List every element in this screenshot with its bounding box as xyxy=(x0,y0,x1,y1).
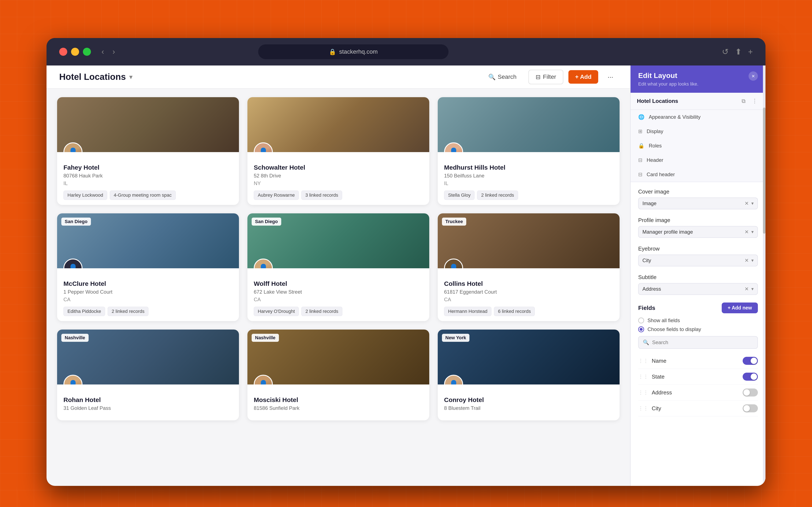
maximize-traffic-light[interactable] xyxy=(83,48,91,56)
add-button[interactable]: + Add xyxy=(568,70,598,83)
hotel-state: IL xyxy=(444,180,613,186)
field-address-toggle-knob xyxy=(744,389,750,396)
title-chevron-icon[interactable]: ▾ xyxy=(129,73,133,81)
profile-placeholder: 👤 xyxy=(64,143,82,152)
choose-fields-radio[interactable] xyxy=(638,326,644,332)
hotel-card-rohan[interactable]: Nashville 👤 Rohan Hotel 31 Golden Leaf P… xyxy=(57,330,239,420)
location-badge: Truckee xyxy=(442,218,466,226)
panel-scrollbar[interactable] xyxy=(763,65,765,486)
show-all-fields-option[interactable]: Show all fields xyxy=(638,318,758,324)
eyebrow-chevron-icon: ▾ xyxy=(751,258,754,263)
profile-image-label: Profile image xyxy=(638,217,758,224)
panel-header-text: Edit Layout Edit what your app looks lik… xyxy=(638,71,699,87)
eyebrow-clear-button[interactable]: ✕ xyxy=(745,258,749,264)
hotel-card-mcclure[interactable]: San Diego 👤 McClure Hotel 1 Pepper Wood … xyxy=(57,213,239,321)
card-cover: San Diego 👤 xyxy=(247,213,429,268)
field-state-toggle[interactable] xyxy=(743,373,758,381)
hotel-card-medhurst[interactable]: 👤 Medhurst Hills Hotel 150 Beilfuss Lane… xyxy=(438,97,620,205)
hotel-card-collins[interactable]: Truckee 👤 Collins Hotel 61817 Eggendart … xyxy=(438,213,620,321)
menu-item-header-label: Header xyxy=(647,157,663,163)
fields-search-input[interactable] xyxy=(652,339,753,345)
menu-item-roles[interactable]: 🔒 Roles xyxy=(630,138,765,153)
menu-item-header[interactable]: ⊟ Header xyxy=(630,153,765,167)
field-address-label: Address xyxy=(652,389,672,396)
profile-image-chevron-icon: ▾ xyxy=(751,229,754,235)
field-name-toggle[interactable] xyxy=(743,357,758,365)
minimize-traffic-light[interactable] xyxy=(71,48,79,56)
show-all-radio[interactable] xyxy=(638,318,644,324)
profile-placeholder: 👤 xyxy=(445,260,462,268)
field-name-label: Name xyxy=(652,358,666,364)
manager-tag: Harvey O'Drought xyxy=(254,307,299,316)
field-address-toggle[interactable] xyxy=(743,389,758,397)
field-item-address: ⋮⋮ Address xyxy=(638,385,758,400)
hotel-address: 8 Bluestem Trail xyxy=(444,405,613,411)
hotel-address: 52 8th Drive xyxy=(254,173,423,179)
panel-copy-button[interactable]: ⧉ xyxy=(740,97,747,105)
filter-label: Filter xyxy=(543,73,556,80)
cover-image-clear-button[interactable]: ✕ xyxy=(745,201,749,207)
field-item-state-left: ⋮⋮ State xyxy=(638,374,665,380)
subtitle-clear-button[interactable]: ✕ xyxy=(745,286,749,292)
hotel-card-conroy[interactable]: New York 👤 Conroy Hotel 8 Bluestem Trail xyxy=(438,330,620,420)
share-button[interactable]: ⬆ xyxy=(735,47,742,56)
card-cover: New York 👤 xyxy=(438,330,620,385)
cover-image-value: Image xyxy=(643,201,742,207)
reload-button[interactable]: ↺ xyxy=(722,47,729,56)
hotel-state: CA xyxy=(254,297,423,302)
fields-label: Fields xyxy=(638,304,655,312)
choose-fields-option[interactable]: Choose fields to display xyxy=(638,326,758,332)
subtitle-selector[interactable]: Address ✕ ▾ xyxy=(638,283,758,295)
menu-item-display[interactable]: ⊞ Display xyxy=(630,124,765,138)
app-content: Hotel Locations ▾ 🔍 Search ⊟ Filter + Ad… xyxy=(47,65,765,486)
profile-image-clear-button[interactable]: ✕ xyxy=(745,229,749,235)
subtitle-label: Subtitle xyxy=(638,274,758,281)
hotel-card-schowalter[interactable]: 👤 Schowalter Hotel 52 8th Drive NY Aubre… xyxy=(247,97,429,205)
address-bar[interactable]: 🔒 stackerhq.com xyxy=(258,44,449,59)
back-button[interactable]: ‹ xyxy=(99,47,106,56)
hotel-address: 81586 Sunfield Park xyxy=(254,405,423,411)
drag-handle-state[interactable]: ⋮⋮ xyxy=(638,374,648,380)
card-cover: San Diego 👤 xyxy=(57,213,239,268)
search-button[interactable]: 🔍 Search xyxy=(481,70,523,84)
field-city-toggle[interactable] xyxy=(743,404,758,412)
cover-image-selector[interactable]: Image ✕ ▾ xyxy=(638,198,758,209)
drag-handle-city[interactable]: ⋮⋮ xyxy=(638,405,648,411)
drag-handle-name[interactable]: ⋮⋮ xyxy=(638,358,648,364)
lock-menu-icon: 🔒 xyxy=(638,143,645,149)
subtitle-chevron-icon: ▾ xyxy=(751,286,754,292)
drag-handle-address[interactable]: ⋮⋮ xyxy=(638,390,648,395)
filter-button[interactable]: ⊟ Filter xyxy=(528,70,563,84)
hotel-card-wolff[interactable]: San Diego 👤 Wolff Hotel 672 Lake View St… xyxy=(247,213,429,321)
field-item-address-left: ⋮⋮ Address xyxy=(638,389,672,396)
forward-button[interactable]: › xyxy=(110,47,117,56)
hotel-name: Wolff Hotel xyxy=(254,280,423,287)
add-new-field-button[interactable]: + Add new xyxy=(722,302,758,313)
cover-image-label: Cover image xyxy=(638,188,758,195)
card-body: Wolff Hotel 672 Lake View Street CA Harv… xyxy=(247,268,429,321)
app-header: Hotel Locations ▾ 🔍 Search ⊟ Filter + Ad… xyxy=(47,65,630,89)
search-label: Search xyxy=(498,73,517,80)
record-tag: 6 linked records xyxy=(494,307,535,316)
more-button[interactable]: ··· xyxy=(603,70,617,84)
field-city-toggle-knob xyxy=(744,405,750,411)
profile-placeholder: 👤 xyxy=(64,376,82,385)
new-tab-button[interactable]: + xyxy=(748,47,753,56)
field-item-name-left: ⋮⋮ Name xyxy=(638,358,666,364)
card-body: Fahey Hotel 80768 Hauk Park IL Harley Lo… xyxy=(57,152,239,205)
menu-item-appearance[interactable]: 🌐 Appearance & Visibility xyxy=(630,110,765,124)
profile-image-selector[interactable]: Manager profile image ✕ ▾ xyxy=(638,226,758,238)
browser-nav: ‹ › xyxy=(99,47,117,56)
manager-tag: Stella Gloy xyxy=(444,190,474,200)
main-area: Hotel Locations ▾ 🔍 Search ⊟ Filter + Ad… xyxy=(47,65,630,486)
eyebrow-selector[interactable]: City ✕ ▾ xyxy=(638,255,758,266)
hotel-card-mosciski[interactable]: Nashville 👤 Mosciski Hotel 81586 Sunfiel… xyxy=(247,330,429,420)
panel-close-button[interactable]: × xyxy=(749,71,758,81)
menu-item-card-header[interactable]: ⊟ Card header xyxy=(630,167,765,182)
record-tag: 4-Group meeting room spac xyxy=(110,190,176,200)
close-traffic-light[interactable] xyxy=(59,48,67,56)
hotel-card-fahey[interactable]: 👤 Fahey Hotel 80768 Hauk Park IL Harley … xyxy=(57,97,239,205)
panel-options-button[interactable]: ⋮ xyxy=(750,97,759,105)
fields-search-box[interactable]: 🔍 xyxy=(638,336,758,349)
app-header-left: Hotel Locations ▾ xyxy=(59,72,133,82)
